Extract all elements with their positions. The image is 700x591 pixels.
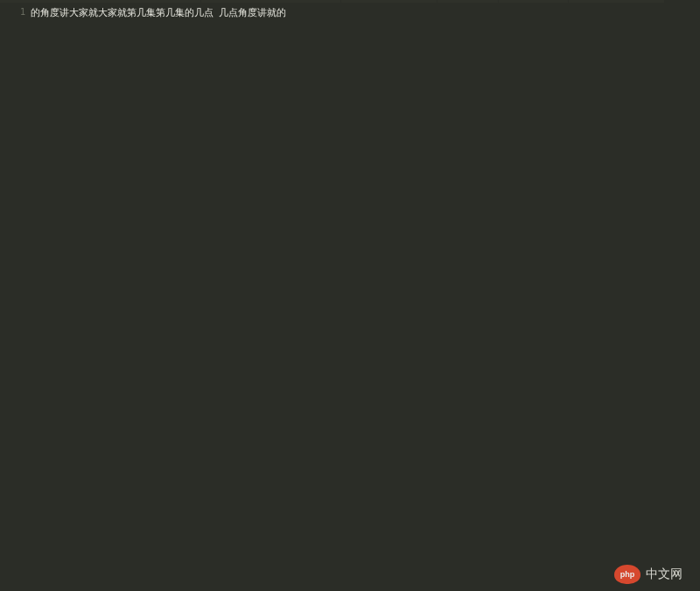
line-number-gutter: 1: [0, 3, 31, 591]
watermark-label: 中文网: [646, 566, 682, 582]
watermark-logo-icon: php: [614, 565, 640, 584]
watermark: php 中文网: [614, 565, 682, 584]
editor: 1 的角度讲大家就大家就第几集第几集的几点 几点角度讲就的: [0, 3, 700, 591]
line-number: 1: [0, 5, 25, 19]
code-line[interactable]: 的角度讲大家就大家就第几集第几集的几点 几点角度讲就的: [31, 5, 700, 19]
code-area[interactable]: 的角度讲大家就大家就第几集第几集的几点 几点角度讲就的: [31, 3, 700, 591]
